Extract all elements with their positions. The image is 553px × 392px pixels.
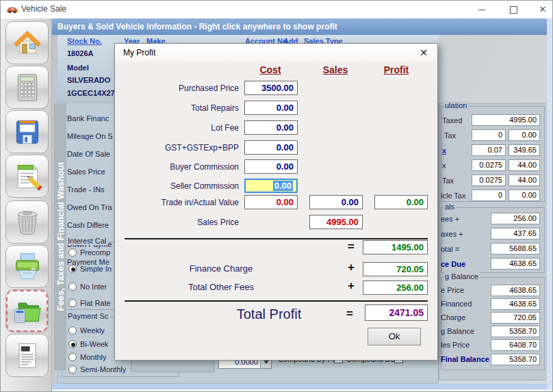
stock-no-link[interactable]: Stock No. [67, 37, 102, 45]
tax-group-title: ulation [443, 101, 468, 109]
sidebar-button-save[interactable] [5, 110, 49, 153]
tax-amount-field[interactable]: 0.00 [509, 129, 540, 141]
field-label-trade-ins: Trade - INs [67, 185, 105, 194]
field-label-date-of-sale: Date Of Sale [67, 150, 110, 158]
balance-row-label: g Balance [441, 327, 474, 335]
tax-rate-field[interactable]: 0.0275 [472, 159, 506, 171]
field-label-mileage: Mileage On S [67, 132, 113, 140]
tax-rate-field[interactable]: 0.07 [472, 144, 506, 156]
right-edge-strip [547, 18, 553, 389]
interest-group-title: Interest Cal [66, 237, 108, 245]
trade-in-profit-field[interactable]: 0.00 [374, 195, 428, 209]
tax-rate-field[interactable]: 0 [472, 190, 506, 201]
totals-field[interactable]: 5688.65 [491, 243, 540, 254]
finance-charge-label: Finance Charge [153, 263, 290, 274]
bottom-base [52, 389, 553, 392]
column-header-profit: Profit [372, 64, 420, 75]
ok-button[interactable]: Ok [368, 328, 421, 345]
column-header-sales: Sales [311, 64, 359, 75]
gst-field[interactable]: 0.00 [244, 140, 298, 155]
seller-commission-field[interactable]: 0.00 [244, 179, 298, 193]
dialog-title: My Profit [123, 48, 155, 57]
radio-checked-icon [68, 265, 77, 273]
balance-field[interactable]: 720.05 [491, 312, 540, 324]
total-profit-field[interactable]: 2471.05 [365, 304, 428, 321]
gross-profit-field[interactable]: 1495.00 [363, 240, 428, 254]
maximize-icon [510, 6, 517, 14]
radio-weekly[interactable]: Weekly [68, 326, 105, 335]
sidebar-button-home[interactable] [5, 21, 49, 64]
model-label: Model [67, 64, 89, 72]
lot-fee-label: Lot Fee [120, 123, 239, 133]
sidebar-button-calculator[interactable] [5, 66, 49, 109]
lot-fee-field[interactable]: 0.00 [244, 120, 298, 135]
sidebar-button-edit-note[interactable] [5, 155, 49, 198]
final-balance-due-field[interactable]: 5358.70 [491, 354, 540, 365]
tab-fees-taxes-washout[interactable]: Fees, Taxes and Financial Washout [54, 103, 66, 370]
minimize-icon [478, 10, 485, 10]
tax-row-label: x [442, 161, 446, 170]
sidebar-button-delete[interactable] [5, 200, 49, 244]
sidebar-button-report[interactable] [5, 334, 49, 377]
buyer-commission-field[interactable]: 0.00 [244, 159, 298, 174]
totals-field[interactable]: 437.65 [491, 228, 540, 239]
balance-field[interactable]: 4638.65 [491, 298, 540, 310]
radio-checked-icon [68, 340, 77, 348]
radio-icon [68, 283, 77, 291]
calculator-icon [12, 73, 42, 103]
radio-bi-weekly[interactable]: Bi-Week [68, 340, 108, 348]
stock-no-value: 18026A [67, 49, 94, 57]
field-label-bank-financing: Bank Financ [67, 114, 109, 122]
dialog-close-button[interactable]: ✕ [415, 46, 432, 60]
tax-row-label: Tax [442, 177, 454, 185]
radio-simple-interest[interactable]: Simple In [68, 265, 112, 273]
radio-monthly[interactable]: Monthly [68, 353, 107, 361]
tax-amount-field[interactable]: 44.00 [509, 159, 540, 171]
balance-field[interactable]: 5358.70 [491, 326, 540, 337]
tax-amount-field[interactable]: 349.65 [509, 144, 540, 156]
radio-icon [68, 248, 77, 257]
total-repairs-field[interactable]: 0.00 [244, 101, 298, 115]
window-title: Vehicle Sale [21, 4, 66, 14]
tax-rate-field[interactable]: 0.0275 [472, 174, 506, 186]
trade-in-sales-field[interactable]: 0.00 [309, 195, 363, 209]
purchased-price-label: Purchased Price [120, 83, 239, 93]
radio-flat-rate[interactable]: Flat Rate [68, 299, 111, 307]
divider-line [125, 300, 428, 302]
radio-icon [68, 365, 77, 374]
minimize-button[interactable] [470, 1, 493, 18]
car-app-icon [6, 5, 18, 14]
section-header: Buyers & Sold Vehicle Information - Righ… [52, 18, 552, 35]
close-button[interactable]: ✕ [531, 1, 553, 18]
radio-semi-monthly[interactable]: Semi-Monthly [68, 365, 126, 374]
payment-group-title: Payment Sc [66, 312, 110, 320]
balance-row-label: Financed [441, 300, 472, 308]
balance-row-label: Charge [441, 313, 465, 322]
total-other-fees-field[interactable]: 256.00 [363, 280, 428, 295]
finance-charge-field[interactable]: 720.05 [363, 262, 428, 276]
buyer-commission-label: Buyer Commission [120, 162, 239, 172]
tax-rate-field[interactable]: 0 [472, 129, 506, 141]
radio-no-interest[interactable]: No Inter [68, 283, 107, 291]
sales-price-label: Sales Price [120, 218, 239, 227]
balance-field[interactable]: 4638.65 [491, 285, 540, 296]
amount-taxed-field[interactable]: 4995.00 [472, 114, 540, 126]
column-header-cost: Cost [246, 64, 294, 75]
sidebar-button-fees-calculator[interactable] [5, 289, 49, 332]
balance-field[interactable]: 6408.70 [491, 339, 540, 351]
bottom-edge-strip [52, 384, 552, 389]
tax-amount-field[interactable]: 0.00 [509, 190, 540, 201]
trade-in-cost-field[interactable]: 0.00 [244, 195, 298, 209]
maximize-button[interactable] [502, 1, 525, 18]
radio-precomputed[interactable]: Precomp [68, 248, 110, 257]
totals-field[interactable]: 256.00 [491, 213, 540, 224]
balance-row-label: e Price [441, 286, 464, 294]
sidebar-button-print[interactable] [5, 245, 49, 288]
purchased-price-field[interactable]: 3500.00 [244, 81, 298, 95]
sales-price-field[interactable]: 4995.00 [309, 215, 363, 229]
tax-row-label: icle Tax [441, 192, 465, 200]
balance-due-field[interactable]: 4638.65 [491, 258, 540, 270]
tax-link-label[interactable]: x [442, 146, 446, 155]
tax-amount-field[interactable]: 44.00 [509, 174, 540, 186]
total-profit-label: Total Profit [201, 306, 337, 322]
